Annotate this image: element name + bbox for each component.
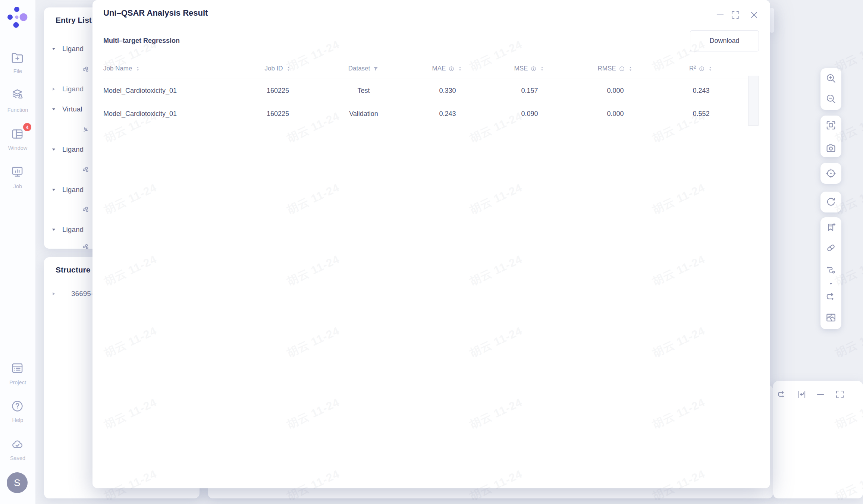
column-header-job-id[interactable]: Job ID [233, 61, 323, 76]
window-badge: 4 [23, 123, 31, 131]
help-icon[interactable] [10, 399, 24, 413]
camera-icon[interactable] [825, 142, 837, 154]
sort-icon[interactable] [135, 66, 141, 72]
project-icon[interactable] [10, 361, 24, 375]
uniqsar-result-modal: Uni–QSAR Analysis Result Multi–target Re… [92, 0, 770, 488]
info-icon[interactable] [530, 66, 537, 72]
filter-icon[interactable] [373, 66, 379, 72]
modal-title: Uni–QSAR Analysis Result [103, 8, 208, 18]
column-label: Dataset [348, 65, 370, 72]
refresh-icon[interactable] [825, 196, 837, 208]
sidebar-item-function[interactable]: Function [0, 107, 35, 113]
column-label: MAE [432, 65, 446, 72]
zoom-out-icon[interactable] [825, 93, 837, 105]
info-icon[interactable] [699, 66, 705, 72]
fullscreen-icon[interactable] [835, 389, 845, 400]
table-cell-dataset: Validation [319, 102, 408, 125]
column-label: RMSE [597, 65, 616, 72]
sidebar-item-job[interactable]: Job [0, 183, 35, 189]
tree-item-ligand-5[interactable]: Ligand [50, 223, 84, 236]
structure-item[interactable]: 36695- [71, 287, 93, 300]
tree-item-label: Ligand [62, 226, 84, 234]
column-header-dataset[interactable]: Dataset [319, 61, 408, 76]
toolbar-view-group [820, 116, 841, 157]
info-icon[interactable] [448, 66, 455, 72]
convert-swap-icon[interactable] [825, 291, 837, 303]
molecule-icon[interactable] [81, 165, 90, 174]
table-cell-r2: 0.243 [656, 79, 746, 102]
table-cell-job-name: Model_Cardiotoxicity_01 [103, 79, 238, 102]
sort-icon[interactable] [286, 66, 291, 72]
column-header-mae[interactable]: MAE [403, 61, 492, 76]
minimize-icon[interactable] [715, 10, 725, 20]
sidebar-item-saved[interactable]: Saved [0, 455, 35, 461]
focus-target-icon[interactable] [825, 167, 837, 179]
image-map-icon[interactable] [825, 312, 837, 324]
tree-item-ligand-4[interactable]: Ligand [50, 183, 84, 196]
maximize-icon[interactable] [730, 10, 741, 20]
sort-icon[interactable] [707, 66, 713, 72]
sidebar-item-file[interactable]: File [0, 68, 35, 74]
sort-icon[interactable] [628, 66, 633, 72]
helix-icon[interactable] [81, 125, 90, 134]
caret-down-icon[interactable] [50, 45, 57, 52]
fit-view-icon[interactable] [825, 119, 837, 131]
caret-right-icon[interactable] [50, 86, 57, 92]
ligand-capsule-icon[interactable] [825, 242, 837, 254]
caret-down-icon[interactable] [50, 186, 57, 193]
wrap-indent-icon[interactable] [797, 389, 807, 400]
convert-swap-icon[interactable] [776, 389, 787, 400]
structure-item-label: 36695- [71, 290, 93, 298]
toolbar-zoom-group [820, 68, 841, 110]
table-cell-rmse: 0.000 [571, 102, 660, 125]
collapse-minus-icon[interactable] [815, 389, 826, 400]
bookmark-add-icon[interactable] [825, 222, 837, 234]
route-path-icon[interactable] [825, 264, 837, 276]
tree-item-label: Ligand [62, 45, 84, 53]
close-icon[interactable] [749, 10, 759, 20]
table-cell-mse: 0.090 [485, 102, 574, 125]
column-header-rmse[interactable]: RMSE [571, 61, 660, 76]
caret-down-icon[interactable] [50, 226, 57, 233]
file-icon[interactable] [10, 51, 24, 65]
user-avatar[interactable]: S [7, 472, 28, 493]
download-button[interactable]: Download [690, 30, 759, 51]
table-cell-mae: 0.243 [403, 102, 492, 125]
tree-item-ligand-1[interactable]: Ligand [50, 42, 84, 56]
molecule-icon[interactable] [81, 65, 90, 74]
window-icon[interactable] [10, 127, 24, 141]
tree-item-label: Ligand [62, 186, 84, 194]
zoom-in-icon[interactable] [825, 72, 837, 84]
table-cell-r2: 0.552 [656, 102, 746, 125]
sidebar-item-help[interactable]: Help [0, 417, 35, 423]
info-icon[interactable] [619, 66, 625, 72]
tree-item-label: Virtual [62, 105, 82, 113]
toolbar-focus-group [820, 163, 841, 184]
tree-item-ligand-2[interactable]: Ligand [50, 82, 84, 96]
entry-list-title: Entry List [56, 16, 92, 25]
tree-item-ligand-3[interactable]: Ligand [50, 143, 84, 156]
caret-down-icon[interactable] [50, 146, 57, 153]
molecule-icon[interactable] [81, 205, 90, 214]
sidebar-item-project[interactable]: Project [0, 379, 35, 385]
sort-icon[interactable] [539, 66, 545, 72]
tree-item-virtual[interactable]: Virtual [50, 103, 82, 116]
molecule-icon[interactable] [81, 242, 90, 249]
sidebar-item-window[interactable]: Window [0, 145, 35, 151]
function-icon[interactable] [10, 88, 24, 101]
saved-icon[interactable] [10, 437, 24, 451]
caret-right-icon[interactable] [50, 290, 57, 297]
sidebar: File Function 4 Window Job Project Help … [0, 0, 35, 504]
column-header-r2[interactable]: R² [656, 61, 746, 76]
sort-icon[interactable] [457, 66, 463, 72]
chevron-down-icon[interactable] [827, 280, 835, 287]
column-header-job-name[interactable]: Job Name [103, 61, 141, 76]
column-label: Job Name [103, 65, 132, 72]
caret-down-icon[interactable] [50, 106, 57, 113]
table-cell-job-name: Model_Cardiotoxicity_01 [103, 102, 238, 125]
column-label: Job ID [264, 65, 283, 72]
table-scrollbar[interactable] [748, 76, 759, 126]
bottom-right-panel [773, 381, 863, 498]
column-header-mse[interactable]: MSE [485, 61, 574, 76]
job-icon[interactable] [10, 165, 24, 179]
